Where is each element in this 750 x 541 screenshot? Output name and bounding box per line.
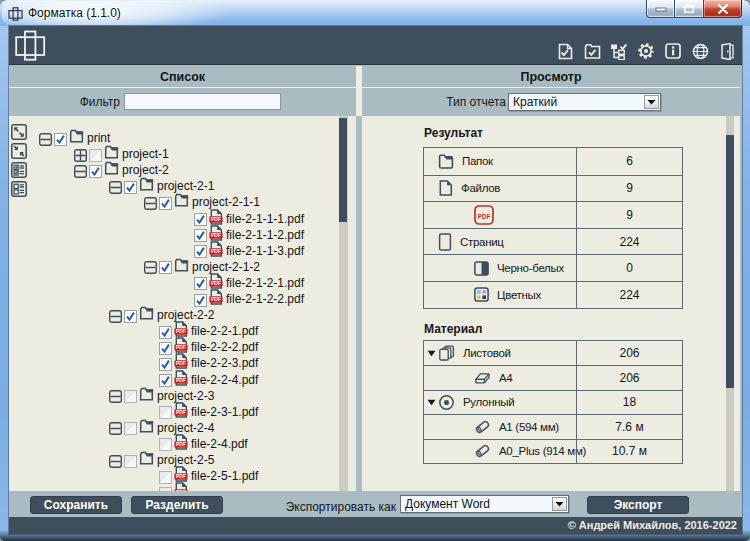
checkbox-checked[interactable] — [194, 228, 207, 241]
dropdown-arrow-icon[interactable] — [552, 497, 567, 511]
checkbox-unchecked[interactable] — [159, 437, 172, 450]
tree-row-folder[interactable]: project-2-4 — [109, 419, 214, 436]
checkbox-unchecked[interactable] — [124, 421, 137, 434]
tree-row-folder[interactable]: project-2-3 — [109, 387, 214, 404]
tree-row-file[interactable]: PDFfile-2-1-1-3.pdf — [179, 242, 304, 259]
collapse-expander-icon[interactable] — [109, 180, 122, 193]
tree-row-folder[interactable]: project-2-1-1 — [144, 194, 260, 211]
tree-scrollbar-thumb[interactable] — [339, 118, 347, 222]
check-tree-button[interactable] — [610, 42, 628, 60]
check-folder-button[interactable] — [583, 42, 601, 60]
caret-down-icon[interactable] — [427, 350, 436, 357]
checkbox-unchecked[interactable] — [159, 470, 172, 483]
roll-icon — [474, 443, 491, 459]
tree-item-label: project-1 — [122, 147, 169, 161]
app-logo-icon — [15, 29, 55, 67]
checkbox-checked[interactable] — [159, 260, 172, 273]
collapse-all-button[interactable] — [11, 143, 27, 159]
tree-row-file[interactable]: PDFfile-2-1-1-1.pdf — [179, 210, 304, 227]
tree-row-file[interactable]: PDFfile-2-2-4.pdf — [144, 371, 258, 388]
settings-button[interactable] — [637, 42, 655, 60]
checkbox-checked[interactable] — [89, 164, 102, 177]
checkbox-unchecked[interactable] — [124, 454, 137, 467]
checkbox-checked[interactable] — [194, 212, 207, 225]
checkbox-unchecked[interactable] — [124, 389, 137, 402]
checkbox-checked[interactable] — [159, 196, 172, 209]
collapse-expander-icon[interactable] — [144, 196, 157, 209]
folder-icon — [438, 153, 454, 169]
about-button[interactable] — [664, 42, 682, 60]
maximize-button[interactable] — [675, 0, 704, 18]
result-row: Страниц224 — [424, 228, 682, 255]
exit-button[interactable] — [718, 42, 736, 60]
report-scrollbar[interactable] — [726, 116, 734, 491]
tree-row-folder[interactable]: project-2-5 — [109, 452, 214, 469]
collapse-expander-icon[interactable] — [39, 132, 52, 145]
label-cell: Папок — [424, 148, 576, 175]
tree-row-file[interactable]: PDFfile-2-1-2-2.pdf — [179, 291, 304, 308]
checkbox-checked[interactable] — [159, 357, 172, 370]
checkbox-checked[interactable] — [124, 309, 137, 322]
tree-row-folder[interactable]: project-1 — [74, 146, 169, 163]
tree-row-folder[interactable]: project-2-2 — [109, 307, 214, 324]
tree-row-file[interactable]: PDFfile-2-3-1.pdf — [144, 403, 258, 420]
filter-input[interactable] — [124, 93, 281, 110]
report-type-value: Краткий — [509, 95, 643, 109]
row-label: Файлов — [461, 182, 500, 194]
close-button[interactable] — [704, 0, 742, 18]
expander-spacer — [144, 357, 157, 370]
save-button[interactable]: Сохранить — [30, 496, 122, 514]
checkbox-checked[interactable] — [159, 325, 172, 338]
expand-all-button[interactable] — [11, 124, 27, 140]
dropdown-arrow-icon[interactable] — [644, 95, 659, 109]
tree-row-file[interactable]: PDFfile-2-5-1.pdf — [144, 468, 258, 485]
collapse-expander-icon[interactable] — [109, 454, 122, 467]
export-button[interactable]: Экспорт — [587, 496, 689, 514]
collapse-expander-icon[interactable] — [74, 164, 87, 177]
checkbox-checked[interactable] — [54, 132, 67, 145]
tree-row-folder[interactable]: print — [39, 130, 110, 147]
tree-item-label: file-2-1-1-3.pdf — [226, 244, 304, 258]
checkbox-checked[interactable] — [124, 180, 137, 193]
svg-text:PDF: PDF — [211, 249, 221, 254]
checkbox-checked[interactable] — [159, 373, 172, 386]
language-button[interactable] — [691, 42, 709, 60]
tree-row-file[interactable]: PDFfile-2-2-2.pdf — [144, 339, 258, 356]
checkbox-checked[interactable] — [194, 276, 207, 289]
caret-down-icon[interactable] — [427, 399, 436, 406]
collapse-expander-icon[interactable] — [109, 421, 122, 434]
export-format-select[interactable]: Документ Word — [400, 495, 569, 513]
tree-row-folder[interactable]: project-2-1 — [109, 178, 214, 195]
tree-row-file[interactable]: PDFfile-2-1-1-2.pdf — [179, 226, 304, 243]
expand-expander-icon[interactable] — [74, 148, 87, 161]
uncheck-all-button[interactable] — [11, 181, 27, 197]
svg-text:PDF: PDF — [176, 474, 186, 479]
material-row: A4206 — [424, 365, 682, 389]
minimize-button[interactable] — [646, 0, 675, 18]
label-cell: Рулонный — [424, 391, 576, 414]
tree-row-file[interactable]: PDFfile-2-1-2-1.pdf — [179, 274, 304, 291]
checkbox-unchecked[interactable] — [89, 148, 102, 161]
checkbox-checked[interactable] — [194, 293, 207, 306]
checkbox-unchecked[interactable] — [159, 405, 172, 418]
report-type-select[interactable]: Краткий — [508, 93, 661, 111]
checkbox-checked[interactable] — [159, 341, 172, 354]
report-scrollbar-thumb[interactable] — [726, 135, 734, 388]
material-row: A1 (594 мм)7.6 м — [424, 414, 682, 438]
tree-row-file[interactable]: PDF — [144, 484, 191, 491]
tree-row-file[interactable]: PDFfile-2-2-3.pdf — [144, 355, 258, 372]
tree-item-label: file-2-2-1.pdf — [191, 324, 258, 338]
checkbox-checked[interactable] — [194, 244, 207, 257]
tree-row-folder[interactable]: project-2-1-2 — [144, 258, 260, 275]
split-button[interactable]: Разделить — [131, 496, 223, 514]
collapse-expander-icon[interactable] — [144, 260, 157, 273]
tree-row-file[interactable]: PDFfile-2-2-1.pdf — [144, 323, 258, 340]
tree-scrollbar[interactable] — [339, 116, 348, 491]
tree-row-folder[interactable]: project-2 — [74, 162, 169, 179]
tree-row-file[interactable]: PDFfile-2-4.pdf — [144, 435, 248, 452]
collapse-expander-icon[interactable] — [109, 309, 122, 322]
collapse-expander-icon[interactable] — [109, 389, 122, 402]
check-all-button[interactable] — [11, 162, 27, 178]
check-file-button[interactable] — [556, 42, 574, 60]
titlebar[interactable]: Форматка (1.1.0) — [0, 0, 750, 26]
